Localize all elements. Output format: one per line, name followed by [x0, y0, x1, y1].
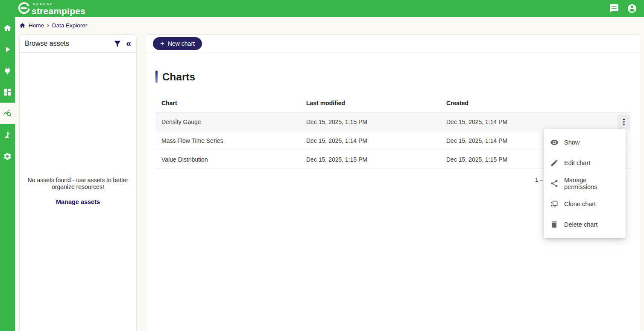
nav-settings[interactable] — [0, 145, 15, 167]
brand-name: streampipes — [32, 6, 85, 15]
row-actions-kebab-button[interactable] — [617, 115, 630, 129]
column-header-chart: Chart — [155, 100, 300, 106]
last-modified: Dec 15, 2025, 1:14 PM — [300, 137, 440, 144]
streampipes-logo: apache streampipes — [18, 2, 85, 15]
manage-assets-link[interactable]: Manage assets — [56, 198, 100, 206]
eye-icon — [550, 138, 559, 147]
collapse-panel-icon[interactable]: « — [126, 38, 131, 47]
top-bar: apache streampipes — [0, 0, 644, 17]
plus-icon: + — [160, 40, 164, 47]
brand-apache: apache — [33, 3, 85, 6]
menu-item-manage-permissions[interactable]: Manage permissions — [544, 173, 626, 194]
chart-name: Density Gauge — [155, 118, 300, 125]
pencil-icon — [550, 159, 559, 167]
nav-connect[interactable] — [0, 60, 15, 81]
data-explorer-icon — [3, 109, 12, 118]
menu-item-clone-chart[interactable]: Clone chart — [544, 194, 626, 214]
gear-icon — [3, 152, 12, 161]
paginator-range-label: 1 – — [535, 177, 543, 183]
robot-arm-icon — [3, 130, 12, 139]
clone-icon — [550, 200, 559, 208]
breadcrumb-home-icon[interactable] — [19, 22, 26, 29]
share-icon — [550, 179, 559, 188]
menu-item-show[interactable]: Show — [544, 132, 626, 153]
streampipes-s-icon — [18, 2, 30, 15]
nav-assets[interactable] — [0, 124, 15, 145]
trash-icon — [550, 220, 559, 229]
kebab-menu-icon — [620, 118, 628, 126]
nav-data-explorer[interactable] — [0, 103, 15, 124]
breadcrumb: Home › Data Explorer — [19, 17, 87, 33]
left-navigation-rail — [0, 17, 15, 331]
row-actions-context-menu: Show Edit chart Manage permissions Clone… — [544, 129, 626, 238]
chart-name: Mass Flow Time Series — [155, 137, 300, 144]
column-header-created: Created — [440, 100, 610, 106]
chart-name: Value Distribution — [155, 156, 300, 163]
nav-dashboard[interactable] — [0, 81, 15, 103]
browse-assets-panel: Browse assets « No assets found - use as… — [19, 34, 137, 331]
page-title: Charts — [162, 71, 195, 83]
nav-pipelines[interactable] — [0, 38, 15, 60]
breadcrumb-home-link[interactable]: Home — [29, 22, 44, 29]
messages-icon[interactable] — [609, 3, 619, 14]
breadcrumb-separator: › — [47, 22, 49, 29]
plug-icon — [3, 66, 12, 75]
last-modified: Dec 15, 2025, 1:15 PM — [300, 156, 440, 163]
filter-icon[interactable] — [113, 39, 122, 48]
dashboard-icon — [3, 88, 12, 97]
nav-home[interactable] — [0, 17, 15, 38]
created: Dec 15, 2025, 1:14 PM — [440, 118, 610, 125]
last-modified: Dec 15, 2025, 1:15 PM — [300, 118, 440, 125]
account-icon[interactable] — [627, 3, 637, 14]
menu-item-delete-chart[interactable]: Delete chart — [544, 214, 626, 235]
table-header-row: Chart Last modified Created — [155, 94, 630, 112]
new-chart-button[interactable]: + New chart — [153, 37, 202, 50]
breadcrumb-current[interactable]: Data Explorer — [52, 22, 88, 29]
home-icon — [3, 24, 12, 33]
menu-item-edit-chart[interactable]: Edit chart — [544, 153, 626, 173]
column-header-last-modified: Last modified — [300, 100, 440, 106]
title-accent-bar — [155, 71, 158, 83]
assets-panel-title: Browse assets — [25, 40, 109, 47]
play-icon — [3, 45, 12, 54]
assets-empty-message: No assets found - use assets to better o… — [23, 177, 133, 190]
